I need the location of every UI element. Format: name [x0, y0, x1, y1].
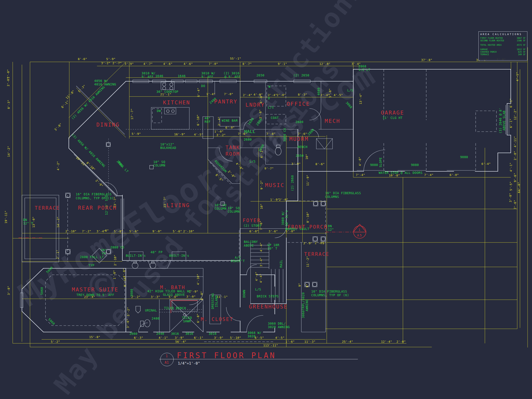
annotation-label: DRESSING	[211, 293, 215, 309]
annotation-label: BALCONY	[244, 240, 258, 244]
annotation-label: 3016	[209, 332, 217, 336]
annotation-label: 3060TRPL/3020	[301, 292, 305, 318]
annotation-label: HALL	[244, 129, 255, 134]
annotation-label: DOWN	[242, 290, 246, 298]
annotation-label: L/S	[347, 89, 353, 92]
annotation-label: 4056 W/	[94, 79, 108, 83]
dimension-label: 1'-0"	[214, 130, 223, 133]
room-label: TERRACE	[304, 252, 329, 257]
dimension-label: 3'-6"	[269, 229, 278, 233]
annotation-label: D	[268, 96, 270, 100]
annotation-label: ISLAND	[215, 295, 218, 307]
dimension-label: 7'-6"	[513, 200, 517, 209]
dimension-label: 6'-8"	[196, 314, 200, 323]
room-label: TANK	[226, 145, 240, 150]
dimension-label: 3'-8"	[7, 286, 10, 295]
dimension-label: 9'-0"	[152, 229, 162, 233]
annotation-label: 9080	[411, 163, 419, 167]
annotation-label: 3016	[185, 332, 194, 336]
room-label: GARAGE	[381, 110, 404, 116]
dimension-label: 3'-3"	[151, 295, 160, 298]
dimension-label: 2'-10"	[113, 255, 117, 266]
dimension-label: 5'-8"	[328, 89, 332, 98]
annotation-label: 12" T	[23, 222, 33, 225]
room-label: REAR PORCH	[78, 205, 117, 211]
annotation-label: 2880 FULL LT	[80, 255, 104, 259]
dimension-label: 5'-6"	[129, 229, 139, 233]
room-label: GREENHOUSE	[249, 304, 288, 310]
dimension-label: 9"	[305, 284, 309, 287]
dimension-label: 2'-0"	[6, 77, 10, 86]
annotation-label: 5060	[48, 317, 56, 326]
watermark-text: ©	[90, 262, 116, 310]
room-label: LIVING	[166, 202, 190, 208]
annotation-label: DW	[157, 109, 161, 113]
dimension-label: 113'-11"	[263, 344, 278, 347]
dimension-label: 6'-0"	[249, 229, 259, 233]
dimension-label: 37'-8"	[421, 58, 432, 62]
annotation-label: REF	[205, 120, 211, 124]
dimension-label: 23'-7"	[163, 196, 166, 208]
floor-plan-drawing: MyHomeFloorPlans.comConstructionsEstimat…	[0, 0, 532, 399]
annotation-label: SHWR	[183, 319, 191, 323]
annotation-label: WINE BAR	[222, 119, 238, 122]
dimension-label: 7'-4"	[424, 173, 433, 177]
annotation-label: ABOVE	[244, 244, 254, 247]
annotation-label: WATER STOP @ ALL DOORS	[379, 171, 423, 175]
annotation-label: 3068 W/	[247, 331, 261, 335]
dimension-label: 2'-7"	[113, 61, 122, 65]
annotation-label: URINAL	[145, 309, 157, 312]
room-label: 1	[358, 228, 361, 232]
room-label: MUDRM	[289, 136, 309, 142]
dimension-label: 9"	[298, 283, 301, 287]
dimension-label: 1'-8"	[122, 268, 126, 278]
annotation-label: 10" T	[267, 247, 277, 250]
dimension-label: 12'-0"	[319, 62, 330, 66]
annotation-label: COLUMNS, TYP OF (6)	[311, 293, 349, 297]
annotation-label: DN	[23, 218, 27, 222]
dimension-label: 6'-3"	[134, 336, 143, 339]
annotation-label: AWNING	[305, 299, 309, 311]
room-label: MASTER SUITE	[72, 286, 119, 292]
dimension-label: 15'-8"	[89, 335, 100, 339]
dimension-label: 4'-1"	[509, 163, 513, 172]
callout-number: 1	[160, 354, 173, 358]
room-label: DINING	[96, 122, 120, 128]
annotation-label: 3016	[171, 332, 179, 336]
dimension-label: 8"	[105, 229, 109, 232]
dimension-label: 5'-9"	[106, 57, 115, 61]
dimension-label: 7'-8"	[266, 132, 275, 136]
dimension-label: 2'-0"	[396, 340, 406, 343]
dimension-label: 3'-6"	[126, 319, 130, 328]
area-row-covered-porch: COVERED PORCH625 SF	[480, 51, 526, 53]
dimension-label: 3'-9"	[175, 336, 184, 339]
dimension-label: 11'-2"	[306, 256, 309, 267]
annotation-label: GLASS ABOVE	[163, 293, 185, 297]
annotation-label: 2650	[257, 73, 265, 77]
annotation-label: 3060 DBL/	[268, 322, 286, 325]
annotation-label: COLUMNS	[325, 195, 339, 199]
room-label: FOYER	[243, 218, 261, 223]
dimension-label: 9'-7"	[264, 167, 274, 170]
dimension-label: 7'-4"	[356, 173, 365, 177]
dimension-label: 2'-4"	[217, 117, 221, 126]
callout-sheet: A1	[160, 361, 173, 365]
annotation-label: 16" DIA FIBERGLASS	[311, 290, 347, 293]
dimension-label: 2'-9"	[95, 179, 104, 188]
annotation-label: 1/2 LT	[358, 68, 370, 72]
room-label: TERRACE	[35, 205, 60, 211]
annotation-label: A/V	[235, 256, 241, 259]
dimension-label: 3'-2"	[101, 61, 110, 65]
dimension-label: 1'-9"	[270, 198, 279, 201]
annotation-label: 5060	[40, 287, 44, 295]
annotation-label: 2440	[156, 332, 165, 336]
annotation-label: 4080	[317, 88, 321, 95]
annotation-label: DN	[328, 224, 332, 228]
dimension-label: 3'-9"	[124, 62, 134, 66]
annotation-label: 3020	[247, 334, 256, 338]
annotation-label: 3010 W/	[142, 71, 155, 75]
dimension-label: 6'-4"	[481, 162, 491, 165]
annotation-label: RAIL	[279, 260, 283, 268]
room-label: OFFICE	[286, 101, 310, 107]
dimension-label: 11'-8"	[65, 89, 75, 100]
